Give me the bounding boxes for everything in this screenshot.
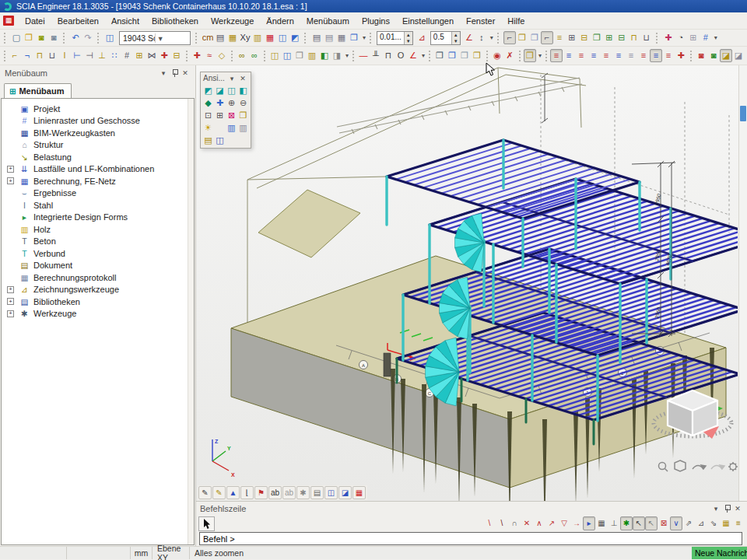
snap-button[interactable]: ↗ bbox=[545, 516, 558, 530]
snap-button[interactable]: ∧ bbox=[533, 516, 545, 530]
toolbar-button[interactable]: ❐ bbox=[528, 31, 541, 44]
text-plus-icon[interactable]: ab bbox=[268, 486, 282, 499]
chevron-down-icon[interactable]: ▾ bbox=[361, 34, 367, 41]
toolbar-button[interactable]: ✚ bbox=[675, 49, 687, 62]
snap-button[interactable]: ↖ bbox=[645, 516, 658, 530]
menu-item[interactable]: Einstellungen bbox=[396, 14, 460, 28]
toolbar-button[interactable]: ⌐ bbox=[9, 49, 21, 62]
snap-button[interactable]: ≡ bbox=[732, 516, 745, 530]
tree-item[interactable]: + ⌣ Ergebnisse bbox=[2, 187, 194, 200]
toolbar-button[interactable]: ◪ bbox=[732, 49, 745, 62]
toolbar-button[interactable]: ≡ bbox=[637, 49, 650, 62]
toolbar-button[interactable]: ≡ bbox=[600, 49, 612, 62]
viewport-nav-icons[interactable] bbox=[659, 460, 738, 471]
menu-item[interactable]: Ansicht bbox=[105, 14, 146, 28]
tree-item[interactable]: + ⊿ Zeichnungswerkzeuge bbox=[2, 284, 194, 296]
toolbar-button[interactable]: ⊞ bbox=[687, 31, 700, 44]
toolbar-button[interactable]: ╨ bbox=[370, 49, 382, 62]
snap-button[interactable]: ✕ bbox=[521, 516, 533, 530]
toolbar-button[interactable]: ❐ bbox=[293, 49, 306, 62]
scale-spinner[interactable]: 0.5▲▼ bbox=[430, 31, 461, 45]
toolbar-button[interactable]: # bbox=[700, 31, 712, 44]
palette-button[interactable]: ◫ bbox=[214, 134, 226, 146]
toolbar-button[interactable]: ◙ bbox=[695, 49, 707, 62]
toolbar-button[interactable]: ◉ bbox=[491, 49, 503, 62]
scrollbar-thumb[interactable] bbox=[740, 106, 746, 121]
menu-item[interactable]: Hilfe bbox=[501, 14, 531, 28]
close-icon[interactable]: ✕ bbox=[180, 69, 191, 77]
zoom-in-icon[interactable]: ⊕ bbox=[226, 96, 237, 109]
project-combo[interactable]: 19043 Schenk Con▾ bbox=[119, 31, 191, 45]
undo-icon[interactable]: ↶ bbox=[69, 31, 82, 44]
toolbar-button[interactable]: ❐ bbox=[516, 31, 528, 44]
angle-icon[interactable]: ∠ bbox=[407, 49, 419, 62]
save-all-icon[interactable]: ◙ bbox=[47, 31, 60, 44]
toolbar-button[interactable]: ≡ bbox=[612, 49, 625, 62]
snap-button[interactable]: ∩ bbox=[508, 516, 521, 530]
toolbar-button[interactable]: ◨ bbox=[331, 49, 343, 62]
toolbar-button[interactable]: ⊟ bbox=[578, 31, 591, 44]
toolbar-button[interactable]: cm bbox=[202, 31, 214, 44]
toolbar-button[interactable]: ▤ bbox=[214, 31, 226, 44]
new-message-badge[interactable]: Neue Nachrichten bbox=[692, 547, 747, 559]
tree-item[interactable]: + # Linienraster und Geschosse bbox=[2, 115, 194, 128]
snap-button[interactable]: \ bbox=[483, 516, 496, 530]
menu-item[interactable]: Plugins bbox=[356, 14, 396, 28]
toolbar-button[interactable]: ❐ bbox=[591, 31, 603, 44]
toolbar-button[interactable]: Xy bbox=[239, 31, 251, 44]
grid-icon[interactable]: ▦ bbox=[352, 486, 366, 499]
toolbar-button[interactable]: ⊓ bbox=[33, 49, 46, 62]
tree-item[interactable]: + ✱ Werkzeuge bbox=[2, 308, 194, 320]
precision-spinner[interactable]: 0.01...▲▼ bbox=[377, 31, 413, 45]
command-input[interactable] bbox=[199, 532, 742, 545]
mesh-icon[interactable]: ✱ bbox=[296, 486, 310, 499]
toolbar-button[interactable]: ⊞ bbox=[566, 31, 578, 44]
palette-button[interactable]: ▥ bbox=[237, 121, 249, 134]
pin-icon[interactable] bbox=[169, 68, 180, 78]
expand-icon[interactable]: + bbox=[7, 177, 14, 184]
palette-menu-icon[interactable]: ▾ bbox=[226, 75, 237, 82]
snap-button[interactable]: ⊥ bbox=[608, 516, 620, 530]
menu-item[interactable]: Bibliotheken bbox=[146, 14, 205, 28]
window-layout-icon[interactable]: ◫ bbox=[103, 31, 116, 44]
expand-icon[interactable]: + bbox=[7, 286, 14, 293]
glasses-icon[interactable]: ∞ bbox=[248, 49, 261, 62]
toolbar-button[interactable]: ⊓ bbox=[628, 31, 640, 44]
toolbar-button[interactable]: ↕ bbox=[475, 31, 488, 44]
palette-button[interactable]: ❐ bbox=[237, 109, 249, 121]
toolbar-button[interactable]: ⊟ bbox=[170, 49, 183, 62]
tree-item[interactable]: + ⇊ Lastfälle und LF-Kombinationen bbox=[2, 163, 194, 176]
view-axo-icon[interactable]: ◧ bbox=[237, 84, 249, 96]
snap-button[interactable]: ▦ bbox=[595, 516, 608, 530]
tree-item[interactable]: + ▥ Holz bbox=[2, 223, 194, 236]
toolbar-button[interactable]: ≡ bbox=[575, 49, 587, 62]
toolbar-button[interactable]: ≡ bbox=[553, 31, 566, 44]
zoom-window-icon[interactable]: ⊡ bbox=[202, 109, 214, 121]
toolbar-button[interactable]: ▥ bbox=[306, 49, 318, 62]
close-icon[interactable]: ✕ bbox=[237, 75, 248, 82]
menu-item[interactable]: Datei bbox=[19, 14, 51, 28]
toolbar-button[interactable]: ❐ bbox=[446, 49, 458, 62]
line-icon[interactable]: — bbox=[357, 49, 370, 62]
snap-button[interactable]: ⊿ bbox=[695, 516, 707, 530]
toolbar-button[interactable]: ⊟ bbox=[615, 31, 628, 44]
toolbar-button[interactable]: ⊥ bbox=[96, 49, 108, 62]
snap-button[interactable]: ⇘ bbox=[707, 516, 720, 530]
pin-icon[interactable] bbox=[721, 504, 732, 513]
chevron-down-icon[interactable]: ▾ bbox=[420, 52, 426, 59]
toolbar-button[interactable]: ✚ bbox=[662, 31, 675, 44]
toolbar-button[interactable]: ≡ bbox=[550, 49, 563, 62]
toolbar-button[interactable]: ⌐ bbox=[503, 31, 516, 44]
toolbar-button[interactable]: ◔ bbox=[675, 31, 687, 44]
toolbar-button[interactable]: ❐ bbox=[458, 49, 471, 62]
toolbar-button[interactable]: ⋈ bbox=[146, 49, 158, 62]
panel-menu-icon[interactable]: ▾ bbox=[710, 505, 721, 513]
tree-item[interactable]: + T Verbund bbox=[2, 247, 194, 260]
select-cursor-button[interactable] bbox=[198, 516, 215, 531]
toolbar-button[interactable]: ◫ bbox=[281, 49, 293, 62]
close-icon[interactable]: ✕ bbox=[732, 505, 743, 513]
toolbar-button[interactable]: ⊣ bbox=[83, 49, 96, 62]
toolbar-button[interactable]: ◪ bbox=[720, 49, 732, 62]
chevron-down-icon[interactable]: ▾ bbox=[489, 34, 495, 41]
print-icon[interactable]: ▤ bbox=[310, 31, 323, 44]
